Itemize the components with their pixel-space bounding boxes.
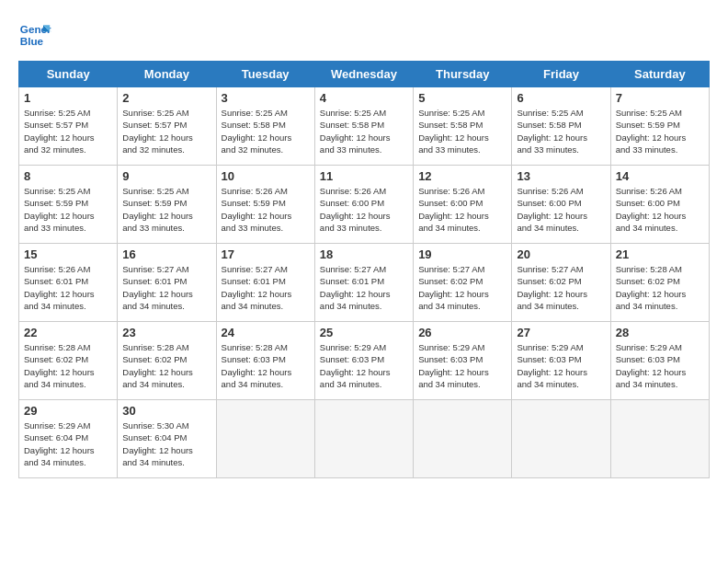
daylight-minutes: and 34 minutes. bbox=[122, 300, 210, 312]
daylight-text: Daylight: 12 hours bbox=[122, 444, 210, 456]
calendar-cell: 23Sunrise: 5:28 AMSunset: 6:02 PMDayligh… bbox=[118, 322, 216, 400]
sunset-text: Sunset: 5:58 PM bbox=[222, 119, 310, 131]
day-number: 4 bbox=[320, 91, 408, 105]
day-number: 6 bbox=[517, 91, 605, 105]
daylight-minutes: and 34 minutes. bbox=[418, 300, 506, 312]
calendar-cell: 18Sunrise: 5:27 AMSunset: 6:01 PMDayligh… bbox=[314, 244, 413, 322]
sunrise-text: Sunrise: 5:27 AM bbox=[222, 263, 310, 275]
sunset-text: Sunset: 6:03 PM bbox=[222, 353, 310, 365]
daylight-minutes: and 34 minutes. bbox=[222, 378, 310, 390]
day-number: 11 bbox=[320, 169, 408, 183]
daylight-text: Daylight: 12 hours bbox=[616, 366, 704, 378]
sunrise-text: Sunrise: 5:30 AM bbox=[122, 419, 210, 431]
day-header-sunday: Sunday bbox=[19, 62, 118, 87]
calendar-cell: 19Sunrise: 5:27 AMSunset: 6:02 PMDayligh… bbox=[414, 244, 512, 322]
day-info: Sunrise: 5:26 AMSunset: 6:00 PMDaylight:… bbox=[616, 185, 704, 234]
daylight-text: Daylight: 12 hours bbox=[222, 132, 310, 144]
logo-icon: General Blue bbox=[18, 18, 51, 52]
daylight-text: Daylight: 12 hours bbox=[517, 132, 605, 144]
calendar-week-2: 8Sunrise: 5:25 AMSunset: 5:59 PMDaylight… bbox=[19, 166, 710, 244]
calendar-week-4: 22Sunrise: 5:28 AMSunset: 6:02 PMDayligh… bbox=[19, 322, 710, 400]
day-info: Sunrise: 5:29 AMSunset: 6:03 PMDaylight:… bbox=[320, 341, 408, 390]
day-info: Sunrise: 5:26 AMSunset: 6:00 PMDaylight:… bbox=[418, 185, 506, 234]
calendar-cell: 2Sunrise: 5:25 AMSunset: 5:57 PMDaylight… bbox=[118, 87, 216, 166]
day-number: 14 bbox=[616, 169, 704, 183]
sunset-text: Sunset: 5:57 PM bbox=[122, 119, 210, 131]
sunset-text: Sunset: 6:02 PM bbox=[517, 275, 605, 287]
sunrise-text: Sunrise: 5:27 AM bbox=[517, 263, 605, 275]
day-info: Sunrise: 5:28 AMSunset: 6:02 PMDaylight:… bbox=[616, 263, 704, 312]
day-header-wednesday: Wednesday bbox=[314, 62, 413, 87]
daylight-text: Daylight: 12 hours bbox=[320, 288, 408, 300]
day-number: 26 bbox=[418, 326, 506, 339]
daylight-text: Daylight: 12 hours bbox=[418, 210, 506, 222]
daylight-text: Daylight: 12 hours bbox=[24, 210, 112, 222]
day-number: 16 bbox=[122, 247, 210, 261]
logo: General Blue bbox=[18, 18, 51, 52]
sunrise-text: Sunrise: 5:29 AM bbox=[418, 341, 506, 353]
calendar-cell: 22Sunrise: 5:28 AMSunset: 6:02 PMDayligh… bbox=[19, 322, 118, 400]
day-info: Sunrise: 5:25 AMSunset: 5:57 PMDaylight:… bbox=[24, 107, 112, 155]
daylight-text: Daylight: 12 hours bbox=[122, 132, 210, 144]
calendar-cell: 24Sunrise: 5:28 AMSunset: 6:03 PMDayligh… bbox=[216, 322, 314, 400]
calendar-week-3: 15Sunrise: 5:26 AMSunset: 6:01 PMDayligh… bbox=[19, 244, 710, 322]
sunset-text: Sunset: 6:01 PM bbox=[24, 275, 112, 287]
sunrise-text: Sunrise: 5:29 AM bbox=[24, 419, 112, 431]
sunset-text: Sunset: 6:03 PM bbox=[418, 353, 506, 365]
calendar-cell bbox=[216, 400, 314, 478]
day-number: 12 bbox=[418, 169, 506, 183]
day-number: 19 bbox=[418, 247, 506, 261]
day-info: Sunrise: 5:29 AMSunset: 6:03 PMDaylight:… bbox=[616, 341, 704, 390]
sunrise-text: Sunrise: 5:25 AM bbox=[222, 107, 310, 119]
calendar-cell: 21Sunrise: 5:28 AMSunset: 6:02 PMDayligh… bbox=[610, 244, 709, 322]
daylight-minutes: and 33 minutes. bbox=[320, 222, 408, 234]
daylight-text: Daylight: 12 hours bbox=[222, 210, 310, 222]
sunrise-text: Sunrise: 5:26 AM bbox=[222, 185, 310, 197]
daylight-minutes: and 33 minutes. bbox=[517, 144, 605, 155]
calendar-cell: 20Sunrise: 5:27 AMSunset: 6:02 PMDayligh… bbox=[512, 244, 610, 322]
calendar-cell: 3Sunrise: 5:25 AMSunset: 5:58 PMDaylight… bbox=[216, 87, 314, 166]
daylight-minutes: and 34 minutes. bbox=[24, 456, 112, 468]
calendar-cell: 14Sunrise: 5:26 AMSunset: 6:00 PMDayligh… bbox=[610, 166, 709, 244]
sunrise-text: Sunrise: 5:25 AM bbox=[24, 185, 112, 197]
calendar: SundayMondayTuesdayWednesdayThursdayFrid… bbox=[18, 61, 710, 478]
day-info: Sunrise: 5:27 AMSunset: 6:01 PMDaylight:… bbox=[320, 263, 408, 312]
day-info: Sunrise: 5:26 AMSunset: 6:00 PMDaylight:… bbox=[320, 185, 408, 234]
daylight-minutes: and 34 minutes. bbox=[517, 378, 605, 390]
sunset-text: Sunset: 6:03 PM bbox=[616, 353, 704, 365]
calendar-cell: 15Sunrise: 5:26 AMSunset: 6:01 PMDayligh… bbox=[19, 244, 118, 322]
daylight-text: Daylight: 12 hours bbox=[517, 210, 605, 222]
day-number: 17 bbox=[222, 247, 310, 261]
day-number: 25 bbox=[320, 326, 408, 339]
daylight-minutes: and 34 minutes. bbox=[320, 300, 408, 312]
day-number: 13 bbox=[517, 169, 605, 183]
daylight-minutes: and 34 minutes. bbox=[122, 456, 210, 468]
calendar-cell: 9Sunrise: 5:25 AMSunset: 5:59 PMDaylight… bbox=[118, 166, 216, 244]
sunset-text: Sunset: 6:00 PM bbox=[517, 197, 605, 209]
daylight-text: Daylight: 12 hours bbox=[222, 366, 310, 378]
daylight-minutes: and 34 minutes. bbox=[616, 300, 704, 312]
day-number: 30 bbox=[122, 404, 210, 418]
sunset-text: Sunset: 6:01 PM bbox=[222, 275, 310, 287]
daylight-minutes: and 33 minutes. bbox=[418, 144, 506, 155]
day-number: 2 bbox=[122, 91, 210, 105]
daylight-text: Daylight: 12 hours bbox=[616, 210, 704, 222]
day-number: 29 bbox=[24, 404, 112, 418]
calendar-cell bbox=[414, 400, 512, 478]
daylight-minutes: and 34 minutes. bbox=[24, 300, 112, 312]
day-number: 20 bbox=[517, 247, 605, 261]
sunrise-text: Sunrise: 5:29 AM bbox=[616, 341, 704, 353]
day-info: Sunrise: 5:25 AMSunset: 5:58 PMDaylight:… bbox=[517, 107, 605, 155]
sunset-text: Sunset: 6:01 PM bbox=[122, 275, 210, 287]
daylight-text: Daylight: 12 hours bbox=[517, 288, 605, 300]
calendar-cell: 16Sunrise: 5:27 AMSunset: 6:01 PMDayligh… bbox=[118, 244, 216, 322]
daylight-minutes: and 33 minutes. bbox=[24, 222, 112, 234]
daylight-minutes: and 34 minutes. bbox=[122, 378, 210, 390]
calendar-cell: 12Sunrise: 5:26 AMSunset: 6:00 PMDayligh… bbox=[414, 166, 512, 244]
daylight-minutes: and 34 minutes. bbox=[222, 300, 310, 312]
sunrise-text: Sunrise: 5:25 AM bbox=[122, 107, 210, 119]
day-number: 23 bbox=[122, 326, 210, 339]
calendar-cell: 11Sunrise: 5:26 AMSunset: 6:00 PMDayligh… bbox=[314, 166, 413, 244]
daylight-minutes: and 34 minutes. bbox=[24, 378, 112, 390]
sunset-text: Sunset: 6:04 PM bbox=[24, 431, 112, 443]
